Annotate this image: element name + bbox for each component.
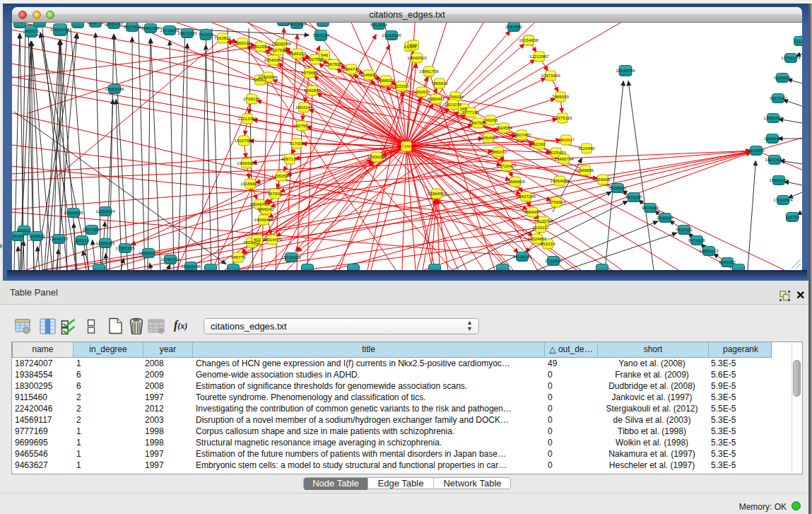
svg-text:9245652: 9245652 [719,259,736,264]
svg-text:817006: 817006 [290,141,305,146]
svg-text:9242843: 9242843 [304,88,322,93]
svg-text:16107553: 16107553 [234,138,254,143]
svg-text:12213967: 12213967 [529,54,549,59]
svg-text:12213369: 12213369 [237,116,257,121]
svg-text:12505185: 12505185 [95,240,115,245]
svg-text:587831: 587831 [268,191,283,196]
svg-text:8660124: 8660124 [234,40,252,45]
svg-text:6479197: 6479197 [625,194,643,199]
svg-text:15692971: 15692971 [769,177,789,182]
svg-text:20364436: 20364436 [478,135,498,140]
svg-text:116753: 116753 [785,214,800,219]
svg-text:10958107: 10958107 [139,250,158,255]
svg-text:1733426: 1733426 [545,258,563,263]
svg-text:15751074: 15751074 [781,55,801,60]
svg-text:9375685: 9375685 [301,70,319,75]
svg-text:546: 546 [321,52,329,57]
svg-text:2803144: 2803144 [295,105,313,110]
svg-text:7485003: 7485003 [552,94,570,99]
svg-text:98961: 98961 [254,77,266,82]
svg-text:16782759: 16782759 [160,257,180,262]
svg-text:164095: 164095 [596,177,611,182]
svg-text:3267130: 3267130 [281,156,299,161]
svg-text:8454749: 8454749 [343,66,360,71]
svg-text:7955812: 7955812 [431,81,449,86]
svg-text:10688609: 10688609 [505,179,525,184]
svg-text:7632621: 7632621 [676,227,693,232]
svg-text:9684067: 9684067 [524,209,541,214]
svg-text:945779: 945779 [231,255,246,259]
svg-text:18640910: 18640910 [407,55,427,60]
svg-text:3624554: 3624554 [495,125,513,130]
svg-text:9777169: 9777169 [462,110,480,115]
svg-text:20691406: 20691406 [50,27,70,32]
svg-text:12093872: 12093872 [763,115,783,120]
svg-text:114319: 114319 [75,238,90,243]
svg-text:14099489: 14099489 [254,217,273,222]
svg-text:835001: 835001 [17,228,32,233]
svg-text:10973493: 10973493 [541,73,560,78]
svg-text:9146821: 9146821 [360,72,378,77]
svg-text:9327509: 9327509 [270,47,288,52]
svg-text:10807487: 10807487 [512,132,531,137]
svg-text:5938913: 5938913 [609,185,627,190]
svg-text:16914479: 16914479 [262,237,282,242]
svg-text:11124: 11124 [794,38,802,43]
svg-text:9327505: 9327505 [307,57,324,62]
svg-text:19384554: 19384554 [427,191,447,196]
svg-text:15716485: 15716485 [281,255,301,259]
svg-text:15046785: 15046785 [249,201,269,206]
svg-text:10654122: 10654122 [699,248,719,253]
svg-text:15226058: 15226058 [271,41,291,46]
svg-text:10719155: 10719155 [160,28,180,33]
svg-text:10025433: 10025433 [546,150,566,155]
svg-text:17016504: 17016504 [773,197,793,202]
svg-text:252214: 252214 [541,241,555,246]
svg-text:751552: 751552 [199,32,213,37]
svg-text:8990443: 8990443 [428,96,445,101]
svg-text:12923448: 12923448 [181,264,201,269]
svg-text:1405571: 1405571 [23,28,40,33]
svg-text:9129906: 9129906 [774,75,792,80]
svg-text:7386372: 7386372 [490,149,507,154]
svg-text:17957255: 17957255 [115,245,135,250]
svg-text:9115460: 9115460 [578,146,595,151]
svg-text:19756924: 19756924 [546,199,566,204]
svg-text:1059779: 1059779 [87,23,105,25]
svg-text:322203: 322203 [394,83,409,88]
svg-text:8186323: 8186323 [289,51,307,56]
svg-text:12942757: 12942757 [49,236,69,241]
svg-text:8471626: 8471626 [688,238,706,243]
svg-text:2933114: 2933114 [657,215,673,220]
svg-text:8427552: 8427552 [293,123,311,128]
svg-text:15720407: 15720407 [497,163,517,168]
svg-text:1615112: 1615112 [532,225,549,230]
svg-text:9474444: 9474444 [642,205,659,210]
svg-text:1162615: 1162615 [413,89,430,94]
svg-text:20975857: 20975857 [82,227,102,232]
svg-text:16961758: 16961758 [419,69,439,74]
svg-text:16154808: 16154808 [519,37,539,42]
svg-text:9227342: 9227342 [770,95,787,100]
svg-text:746266: 746266 [483,117,498,122]
svg-text:8912954: 8912954 [252,44,270,49]
svg-text:2087682: 2087682 [505,24,523,29]
svg-text:6699695: 6699695 [577,168,594,173]
svg-text:20206535: 20206535 [64,210,83,215]
svg-text:1588520: 1588520 [377,78,395,83]
svg-text:16033809: 16033809 [287,23,307,26]
svg-text:18300295: 18300295 [367,154,387,159]
svg-text:15495794: 15495794 [554,156,574,161]
svg-text:14120746: 14120746 [534,218,553,223]
svg-text:2718126: 2718126 [243,96,261,101]
svg-text:20053346: 20053346 [105,86,124,91]
svg-text:12359924: 12359924 [95,209,115,214]
svg-text:19166825: 19166825 [240,181,260,186]
svg-text:10671355: 10671355 [177,30,197,35]
svg-text:16548784: 16548784 [616,68,635,73]
svg-text:2367608: 2367608 [325,62,343,66]
svg-text:9463627: 9463627 [558,137,575,142]
svg-text:19218506: 19218506 [382,33,401,37]
svg-text:7163822: 7163822 [214,35,232,40]
svg-text:16543362: 16543362 [264,57,283,62]
